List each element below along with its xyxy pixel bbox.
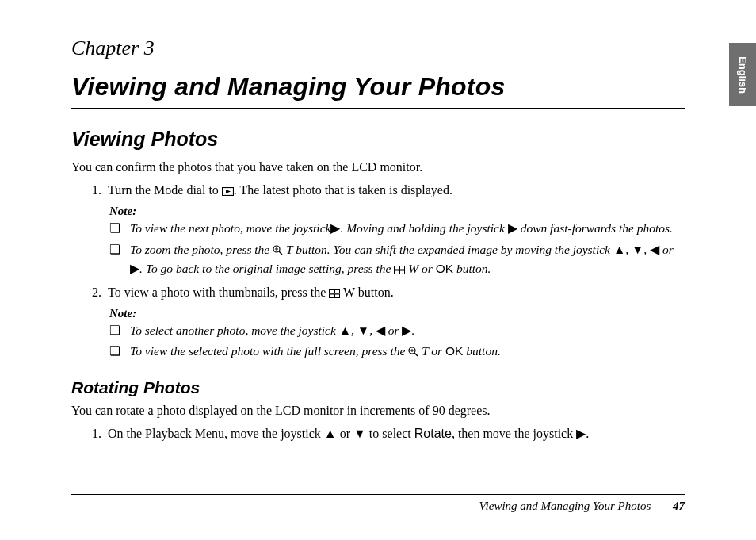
svg-marker-1 xyxy=(226,190,231,193)
thumbnail-icon xyxy=(329,285,340,304)
section-viewing-photos: Viewing Photos xyxy=(71,128,685,151)
svg-rect-10 xyxy=(330,289,334,293)
svg-rect-11 xyxy=(335,289,340,293)
right-arrow-icon: ▶ xyxy=(330,221,340,235)
svg-rect-13 xyxy=(335,294,340,298)
svg-rect-8 xyxy=(395,270,399,274)
right-arrow-icon: ▶ xyxy=(508,221,517,235)
zoom-out-icon xyxy=(394,262,405,279)
rotating-intro: You can rotate a photo displayed on the … xyxy=(71,402,685,419)
right-arrow-icon: ▶ xyxy=(576,427,586,440)
right-arrow-icon: ▶ xyxy=(130,262,139,275)
steps-list-1: Turn the Mode dial to . The latest photo… xyxy=(71,181,685,201)
up-arrow-icon: ▲ xyxy=(339,324,351,337)
note-1a: To view the next photo, move the joystic… xyxy=(109,220,685,237)
playback-mode-icon xyxy=(222,182,234,201)
chapter-label: Chapter 3 xyxy=(71,36,685,60)
subsection-rotating: Rotating Photos xyxy=(71,378,685,397)
svg-line-3 xyxy=(279,251,282,255)
steps-list-2: On the Playback Menu, move the joystick … xyxy=(71,424,685,443)
down-arrow-icon: ▼ xyxy=(357,324,369,337)
page-number: 47 xyxy=(673,500,685,512)
left-arrow-icon: ◀ xyxy=(376,324,385,337)
svg-rect-9 xyxy=(400,270,405,274)
language-tab: English xyxy=(729,43,756,106)
rotate-menu-item: Rotate xyxy=(414,427,452,440)
note-1b: To zoom the photo, press the T button. Y… xyxy=(109,241,685,280)
step-2: To view a photo with thumbnails, press t… xyxy=(105,283,685,304)
up-arrow-icon: ▲ xyxy=(613,243,625,256)
rotate-step-1: On the Playback Menu, move the joystick … xyxy=(105,424,685,443)
rule-top xyxy=(71,67,685,67)
svg-line-15 xyxy=(414,353,418,356)
intro-text: You can confirm the photos that you have… xyxy=(71,159,685,176)
chapter-title: Viewing and Managing Your Photos xyxy=(71,72,685,101)
zoom-in-icon xyxy=(273,243,283,260)
down-arrow-icon: ▼ xyxy=(632,243,643,256)
note-2b: To view the selected photo with the full… xyxy=(109,343,685,362)
note-label-1: Note: xyxy=(109,205,685,218)
svg-rect-12 xyxy=(330,294,334,298)
down-arrow-icon: ▼ xyxy=(353,427,366,440)
note-2a: To select another photo, move the joysti… xyxy=(109,322,685,339)
note-label-2: Note: xyxy=(109,307,685,320)
footer-title: Viewing and Managing Your Photos xyxy=(479,500,651,512)
note-list-1: To view the next photo, move the joystic… xyxy=(109,220,685,279)
page-footer: Viewing and Managing Your Photos 47 xyxy=(71,494,685,513)
left-arrow-icon: ◀ xyxy=(650,243,659,256)
rule-under-title xyxy=(71,108,685,109)
zoom-in-icon xyxy=(408,344,418,362)
steps-list-1b: To view a photo with thumbnails, press t… xyxy=(71,283,685,304)
step-1: Turn the Mode dial to . The latest photo… xyxy=(105,181,685,201)
page-content: Chapter 3 Viewing and Managing Your Phot… xyxy=(0,0,756,443)
right-arrow-icon: ▶ xyxy=(402,324,411,337)
svg-rect-6 xyxy=(395,266,399,270)
footer-rule xyxy=(71,494,685,495)
up-arrow-icon: ▲ xyxy=(324,427,337,440)
svg-rect-7 xyxy=(400,266,405,270)
note-list-2: To select another photo, move the joysti… xyxy=(109,322,685,362)
